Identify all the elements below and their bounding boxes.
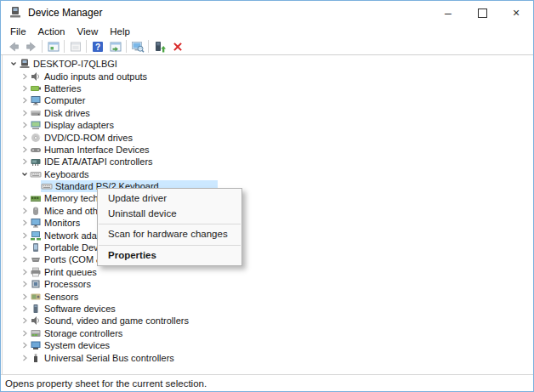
tree-item-label: Disk drives: [44, 108, 93, 118]
tree-item-universal-serial-bus-controllers[interactable]: Universal Serial Bus controllers: [3, 351, 532, 363]
maximize-button[interactable]: [465, 1, 499, 25]
update-driver-button[interactable]: [151, 39, 168, 54]
audio-icon: [30, 71, 42, 82]
chevron-right-icon[interactable]: [19, 242, 30, 253]
chevron-right-icon[interactable]: [19, 230, 30, 241]
chevron-right-icon[interactable]: [19, 328, 30, 338]
chevron-right-icon[interactable]: [19, 83, 30, 94]
show-action-pane-button[interactable]: [106, 39, 124, 54]
chevron-right-icon[interactable]: [19, 340, 30, 350]
chevron-right-icon[interactable]: [19, 304, 30, 314]
tree-item-keyboards[interactable]: Keyboards: [3, 168, 532, 180]
tree-item-software-devices[interactable]: Software devices: [3, 303, 532, 315]
tree-item-label: DESKTOP-I7QLBGI: [33, 59, 120, 69]
usb-icon: [30, 353, 42, 363]
minimize-button[interactable]: –: [431, 1, 465, 25]
tree-item-dvd-cd-rom-drives[interactable]: DVD/CD-ROM drives: [3, 131, 532, 143]
tree-item-label: Computer: [44, 95, 88, 105]
chevron-right-icon[interactable]: [19, 95, 30, 105]
show-console-tree-button[interactable]: [44, 39, 62, 54]
chevron-right-icon[interactable]: [19, 133, 30, 143]
tree-item-print-queues[interactable]: Print queues: [3, 266, 532, 278]
console-window-icon: [47, 40, 60, 54]
tree-item-storage-controllers[interactable]: Storage controllers: [3, 327, 532, 339]
tree-item-content: Human Interface Devices: [30, 144, 152, 156]
chevron-right-icon[interactable]: [19, 206, 30, 216]
chevron-right-icon[interactable]: [19, 120, 30, 130]
chevron-right-icon[interactable]: [19, 156, 30, 167]
processor-icon: [30, 279, 42, 289]
chevron-right-icon[interactable]: [19, 279, 30, 289]
toolbar-separator: [86, 40, 87, 53]
tree-item-standard-ps-2-keyboard[interactable]: Standard PS/2 Keyboard: [3, 180, 532, 192]
mouse-icon: [30, 206, 42, 216]
tree-item-audio-inputs-and-outputs[interactable]: Audio inputs and outputs: [3, 70, 532, 82]
tree-item-content: Monitors: [30, 217, 82, 229]
storage-icon: [30, 328, 42, 338]
menu-file[interactable]: File: [4, 26, 32, 37]
chevron-right-icon[interactable]: [19, 145, 30, 155]
tree-item-system-devices[interactable]: System devices: [3, 339, 532, 351]
context-menu-item-scan-for-hardware-changes[interactable]: Scan for hardware changes: [98, 227, 241, 242]
battery-icon: [30, 83, 42, 94]
tree-item-batteries[interactable]: Batteries: [3, 82, 532, 94]
tree-item-content: DVD/CD-ROM drives: [30, 132, 135, 144]
tree-item-label: Monitors: [44, 218, 82, 228]
chevron-right-icon[interactable]: [19, 254, 30, 264]
chevron-down-icon[interactable]: [8, 59, 19, 69]
tree-item-content: Disk drives: [30, 107, 93, 119]
tree-item-portable-devices[interactable]: Portable Devices: [3, 241, 532, 253]
tree-item-monitors[interactable]: Monitors: [3, 217, 532, 229]
chevron-right-icon[interactable]: [19, 218, 30, 228]
scan-for-hardware-changes-button[interactable]: [128, 39, 146, 54]
tree-item-sound-video-and-game-controllers[interactable]: Sound, video and game controllers: [3, 315, 532, 327]
uninstall-device-button[interactable]: [168, 39, 186, 54]
tree-item-desktop-i7qlbgi[interactable]: DESKTOP-I7QLBGI: [3, 58, 532, 70]
tree-item-label: Sensors: [44, 292, 81, 302]
software-icon: [30, 304, 42, 314]
tree-item-sensors[interactable]: Sensors: [3, 290, 532, 302]
device-manager-app-icon: [9, 6, 22, 20]
context-menu-item-update-driver[interactable]: Update driver: [98, 191, 241, 207]
action-pane-icon: [109, 40, 122, 54]
close-button[interactable]: ×: [499, 1, 533, 25]
tree-item-ports-com-lpt[interactable]: Ports (COM & LPT): [3, 253, 532, 265]
chevron-right-icon[interactable]: [19, 267, 30, 277]
tree-item-human-interface-devices[interactable]: Human Interface Devices: [3, 144, 532, 156]
tree-item-network-adapters[interactable]: Network adapters: [3, 229, 532, 241]
chevron-right-icon[interactable]: [19, 315, 30, 326]
menu-view[interactable]: View: [71, 26, 105, 37]
toolbar-separator: [64, 40, 65, 53]
chevron-right-icon[interactable]: [19, 71, 30, 82]
chevron-right-icon[interactable]: [19, 108, 30, 118]
back-button[interactable]: [4, 39, 22, 54]
chevron-right-icon[interactable]: [19, 353, 30, 363]
chevron-right-icon[interactable]: [19, 193, 30, 203]
tree-item-label: Processors: [44, 279, 94, 289]
context-menu-item-properties[interactable]: Properties: [98, 248, 241, 264]
device-manager-window: Device Manager –× FileActionViewHelp ? D…: [0, 0, 534, 392]
tree-item-label: Universal Serial Bus controllers: [44, 353, 177, 363]
properties-toolbar-button[interactable]: [66, 39, 84, 54]
forward-button[interactable]: [22, 39, 40, 54]
tree-item-content: Computer: [30, 94, 88, 106]
tree-item-mice-and-other-pointing-devices[interactable]: Mice and other pointing devices: [3, 205, 532, 217]
menu-action[interactable]: Action: [32, 26, 71, 37]
tree-item-ide-ata-atapi-controllers[interactable]: IDE ATA/ATAPI controllers: [3, 156, 532, 168]
context-menu-item-uninstall-device[interactable]: Uninstall device: [98, 207, 241, 222]
chevron-right-icon[interactable]: [19, 292, 30, 302]
help-button[interactable]: ?: [88, 39, 106, 54]
menu-help[interactable]: Help: [104, 26, 136, 37]
tree-item-computer[interactable]: Computer: [3, 94, 532, 106]
window-title: Device Manager: [28, 7, 431, 19]
computer-icon: [19, 59, 31, 69]
maximize-icon: [478, 9, 487, 18]
chevron-down-icon[interactable]: [19, 169, 30, 179]
tree-item-label: Storage controllers: [44, 328, 125, 338]
help-icon: ?: [91, 40, 105, 54]
context-menu: Update driverUninstall deviceScan for ha…: [97, 188, 242, 266]
tree-item-memory-technology-devices[interactable]: Memory technology devices: [3, 192, 532, 204]
tree-item-display-adapters[interactable]: Display adapters: [3, 119, 532, 131]
tree-item-disk-drives[interactable]: Disk drives: [3, 107, 532, 119]
tree-item-processors[interactable]: Processors: [3, 278, 532, 290]
